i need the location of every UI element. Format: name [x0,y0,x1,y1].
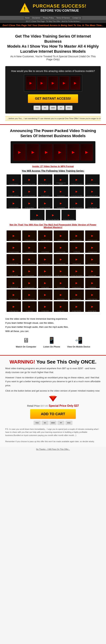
offer-subheadline: As A New Customer, You're Treated To A S… [7,55,99,61]
header-warning-banner: ! PURCHASE SUCCESS! BEFORE YOU CONTINUE [0,0,106,16]
vid-4-2: ▶4-2 High Ticket Programs [69,198,84,208]
bonus-vid-25: ▶2-1 Mindfulness Bur. [7,278,21,288]
bonus-vid-38: ▶4-4 High Ticket [22,301,37,312]
price-display: Retail Price $97.00 Special Price Only $… [5,404,101,408]
nav-disclaimer[interactable]: Disclaimer [31,16,42,19]
dvd-2: ▶ [37,76,47,90]
bonus-vid-12: ▶1-11 Budget Set B [85,242,100,253]
nav-home[interactable]: Home [24,16,31,19]
bonus-vid-39: ▶4-5 Daily Habits [38,301,52,312]
device-computer: 🖥 Watch On Computer [16,337,36,348]
mc-icon: MC [42,106,49,110]
use-series-line: Use the video series for more immersive … [5,317,101,321]
arrow-down [5,396,101,402]
vid-3-3: ▶3-3 Link For Product [7,198,21,208]
bonus-vid-9: ▶1-8 How Mindset [38,242,52,253]
amex-icon-2: AMEX [49,421,57,425]
paypal-icon: PP [57,106,64,110]
warning-icon: ! [20,3,30,13]
old-price: $97.00 [40,404,48,407]
warning-red: WARNING! [10,359,35,364]
visa-icon: VISA [34,106,41,110]
bonus-vid-7: ▶1-6 Touch S To Goals [7,242,21,253]
nav-terms[interactable]: Terms Of Service [55,16,71,19]
bonus-vid-37: ▶4-3 Why High Ticket [7,301,21,312]
computer-label: Watch On Computer [16,346,36,348]
nav-bar: Home Disclaimer Privacy Policy Terms Of … [0,16,106,20]
device-mobile: 📲 View On Mobile Device [67,337,90,348]
inside-text: Inside: 27 Video Series In MP4 Format [5,165,101,168]
bonus-vid-24: ▶1-23 Daily Habits [85,266,100,276]
remember-line: Remember if you choose to pass up this o… [5,440,101,443]
add-to-cart-button[interactable]: ADD TO CART [30,409,76,419]
discover-icon-2: DISC [65,421,72,425]
warning-body-2: However I have no intention of putting a… [5,376,101,387]
discover-icon: DISC [65,106,72,110]
bonus-vid-2: ▶1-1 Planning Launch [22,230,37,241]
headline-section: Get The Video Training Series Of Interne… [5,31,101,64]
bonus-vid-21: ▶1-20 Overcoming Programs [38,266,52,276]
warning-body: Most video training programs are priced … [5,366,101,393]
divider-1 [5,314,101,314]
warning-body-1: Most video training programs are priced … [5,366,101,374]
retail-price-label: Retail Price [27,404,40,407]
bonus-vid-28: ▶2-4 Outsourcing [54,278,68,288]
bonus-vid-36: ▶4-2 What High Ticket [85,290,100,300]
offer-headline: Get The Video Training Series Of Interne… [7,34,99,54]
device-row: 🖥 Watch On Computer 📱 Listen On Phone 📲 … [5,337,101,348]
bonus-vid-4: ▶1-3 Outsource [54,230,68,241]
dvd-5: ▶ [70,76,80,90]
vid-4-3: ▶4-3 Why High Ticket [85,198,100,208]
svg-text:!: ! [24,6,26,12]
vid-2-3: ▶2-3 Quick Launch Rules [22,186,37,197]
video-grid-1: ▶1-1 Launch Product ▶1-2 Pricing Your La… [5,174,101,221]
vid-1-3: ▶1-3 Planning Your Launch [38,174,52,185]
bonus-vid-3: ▶1-2 Pricing Launch [38,230,52,241]
visa-icon-2: VISA [34,421,41,425]
learn-visual-line: If you learn better through visual, use … [5,321,101,325]
video-offer-box: How would you like to secure this amazin… [5,66,101,114]
bonus-vid-26: ▶2-2 Planning Launch [22,278,37,288]
phone-icon: 📱 [48,337,56,344]
vid-3-5: ▶3-5 High Ticket Model [38,198,52,208]
bonus-vid-34: ▶3-5 Goals Daily [54,290,68,300]
bonus-vid-27: ▶2-3 Tax Launch [38,278,52,288]
dont-close-text: Don't Close This Page Yet! Your Download… [3,24,103,26]
bonus-vid-11: ▶1-10 Planning [69,242,84,253]
bonus-vid-30: ▶3-1 Mindfulness [85,278,100,288]
nav-contact[interactable]: Contact Us [71,16,82,19]
bonus-vid-1: ▶2-1 Launch Product [7,230,21,241]
bonus-vid-13: ▶1-12 Set Your Goals [7,254,21,264]
new-price: Special Price Only $37 [49,404,79,407]
amex-icon: AMEX [49,106,57,110]
product-box-2: ▶ [27,144,39,160]
mobile-label: View On Mobile Device [67,346,90,348]
dvd-3: ▶ [48,76,58,90]
warning-section: WARNING! You See This Only ONCE. Most vi… [0,355,106,447]
ps-line: P.S. In case you scroll down here immedi… [5,428,101,437]
bonus-vid-33: ▶3-4 Outsourcing Goals [38,290,52,300]
vid-1-1: ▶1-1 Launch Product [7,174,21,185]
payment-icons-2: VISA MC AMEX PP DISC [5,421,101,425]
bonus-vid-6: ▶1-5 Planning Launch [85,230,100,241]
bonus-vid-20: ▶1-19 Procrastinating [22,266,37,276]
bonus-vid-41: ▶5-2 High Ticket Bur. [69,301,84,312]
vid-4-4: ▶4-4 How High Ticket Pay [30,210,45,220]
warning-body-3: Click on the button below and get access… [5,389,101,393]
mobile-icon: 📲 [75,337,83,344]
no-thanks-link[interactable]: No Thanks - I Will Pass On This Offer... [36,448,70,450]
bonus-vid-18: ▶1-17 Planning Goals [85,254,100,264]
vid-1-2: ▶1-2 Pricing Your Launch [22,174,37,185]
warning-headline: WARNING! You See This Only ONCE. [5,359,101,365]
ticker-bar: ...before you You... I am wondering if I… [5,116,101,121]
instant-access-button[interactable]: Get Instant Access! [28,94,78,103]
vid-4-5: ▶4-5 Four Step High Ticket [46,210,60,220]
vid-1-4: ▶1-4 Outsourcing Your Launch [54,174,68,185]
product-box-4: ▶ [54,144,66,160]
purchase-success-title: PURCHASE SUCCESS! [33,3,86,9]
bonus-vid-29: ▶2-5 Goals Day Sav [69,278,84,288]
vid-2-2: ▶2-2 Quick Launch Pt.1 [7,186,21,197]
nav-privacy[interactable]: Privacy Policy [42,16,55,19]
vid-3-1: ▶3-1 Choosing Your Niche [69,186,84,197]
bonus-vid-8: ▶1-7 Outsourcing [22,242,37,253]
